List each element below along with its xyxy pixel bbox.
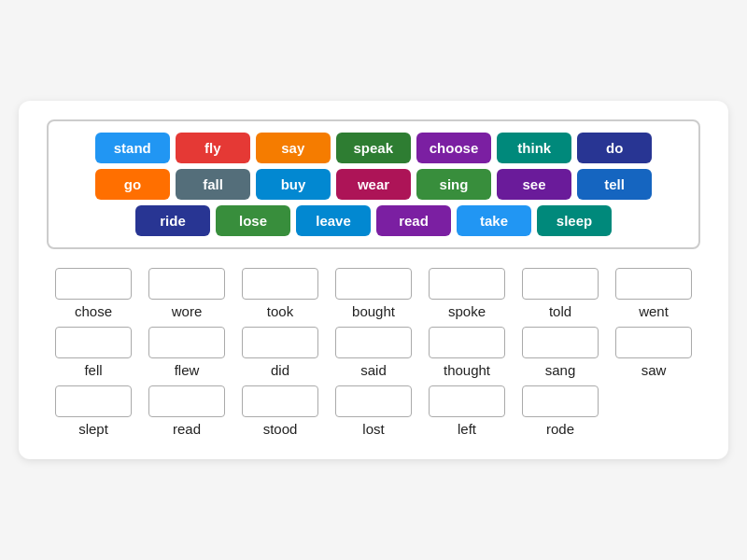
- match-item-stood: stood: [233, 385, 327, 437]
- word-tile-stand[interactable]: stand: [95, 133, 170, 163]
- match-label-bought: bought: [352, 303, 395, 319]
- match-label-flew: flew: [175, 362, 200, 378]
- main-container: standflysayspeakchoosethinkdogofallbuywe…: [19, 101, 728, 459]
- match-label-chose: chose: [75, 303, 112, 319]
- match-label-rode: rode: [546, 421, 574, 437]
- match-item-did: did: [233, 327, 327, 378]
- drop-box-bought[interactable]: [335, 268, 412, 300]
- word-tile-fly[interactable]: fly: [176, 133, 250, 163]
- match-item-saw: saw: [607, 327, 700, 378]
- match-item-fell: fell: [47, 327, 140, 378]
- drop-box-rode[interactable]: [522, 385, 599, 417]
- match-item-left: left: [420, 385, 514, 437]
- word-tile-tell[interactable]: tell: [577, 169, 652, 200]
- word-tile-see[interactable]: see: [497, 169, 571, 200]
- match-label-took: took: [267, 303, 293, 319]
- word-tile-leave[interactable]: leave: [296, 205, 371, 236]
- match-item-rode: rode: [514, 385, 607, 437]
- drop-box-left[interactable]: [429, 385, 505, 417]
- match-item-bought: bought: [327, 268, 420, 319]
- word-tile-read[interactable]: read: [376, 205, 451, 236]
- match-label-did: did: [271, 362, 289, 378]
- match-label-read: read: [173, 421, 201, 437]
- match-label-fell: fell: [84, 362, 102, 378]
- match-label-sang: sang: [545, 362, 576, 378]
- drop-box-went[interactable]: [615, 268, 692, 300]
- drop-box-saw[interactable]: [615, 327, 692, 358]
- word-tile-choose[interactable]: choose: [416, 133, 492, 163]
- word-tile-buy[interactable]: buy: [256, 169, 331, 200]
- match-label-lost: lost: [362, 421, 384, 437]
- match-label-saw: saw: [641, 362, 667, 378]
- match-label-left: left: [458, 421, 476, 437]
- match-item-chose: chose: [47, 268, 140, 319]
- drop-box-lost[interactable]: [335, 385, 412, 417]
- match-item-spoke: spoke: [420, 268, 514, 319]
- drop-box-took[interactable]: [242, 268, 318, 300]
- match-section: choseworetookboughtspoketoldwentfellflew…: [47, 268, 700, 441]
- match-item-said: said: [327, 327, 420, 378]
- match-row-0: choseworetookboughtspoketoldwent: [47, 268, 700, 319]
- drop-box-told[interactable]: [522, 268, 599, 300]
- drop-box-spoke[interactable]: [429, 268, 505, 300]
- match-item-went: went: [607, 268, 700, 319]
- word-tile-ride[interactable]: ride: [135, 205, 210, 236]
- drop-box-did[interactable]: [242, 327, 318, 358]
- word-tile-sing[interactable]: sing: [416, 169, 491, 200]
- word-tile-do[interactable]: do: [577, 133, 652, 163]
- match-label-wore: wore: [172, 303, 203, 319]
- drop-box-stood[interactable]: [242, 385, 318, 417]
- word-tile-fall[interactable]: fall: [176, 169, 250, 200]
- word-tile-sleep[interactable]: sleep: [537, 205, 612, 236]
- match-item-slept: slept: [47, 385, 140, 437]
- match-item-read: read: [140, 385, 233, 437]
- match-label-stood: stood: [263, 421, 298, 437]
- drop-box-fell[interactable]: [55, 327, 132, 358]
- word-tile-take[interactable]: take: [457, 205, 531, 236]
- word-tile-lose[interactable]: lose: [216, 205, 290, 236]
- match-row-1: fellflewdidsaidthoughtsangsaw: [47, 327, 700, 378]
- match-label-thought: thought: [444, 362, 490, 378]
- word-tile-say[interactable]: say: [256, 133, 331, 163]
- drop-box-thought[interactable]: [429, 327, 505, 358]
- match-label-slept: slept: [78, 421, 108, 437]
- word-tile-speak[interactable]: speak: [336, 133, 411, 163]
- word-bank: standflysayspeakchoosethinkdogofallbuywe…: [47, 119, 700, 249]
- drop-box-read[interactable]: [148, 385, 225, 417]
- drop-box-slept[interactable]: [55, 385, 132, 417]
- match-label-said: said: [360, 362, 387, 378]
- match-item-lost: lost: [327, 385, 420, 437]
- match-item-thought: thought: [420, 327, 514, 378]
- drop-box-flew[interactable]: [148, 327, 225, 358]
- match-item-sang: sang: [514, 327, 607, 378]
- drop-box-wore[interactable]: [148, 268, 225, 300]
- match-label-told: told: [549, 303, 571, 319]
- drop-box-said[interactable]: [335, 327, 412, 358]
- word-tile-wear[interactable]: wear: [336, 169, 411, 200]
- drop-box-chose[interactable]: [55, 268, 132, 300]
- match-item-told: told: [514, 268, 607, 319]
- match-row-2: sleptreadstoodlostleftrode: [47, 385, 700, 437]
- match-item-took: took: [233, 268, 327, 319]
- match-label-spoke: spoke: [448, 303, 486, 319]
- match-item-wore: wore: [140, 268, 233, 319]
- match-item-flew: flew: [140, 327, 233, 378]
- word-tile-think[interactable]: think: [497, 133, 571, 163]
- drop-box-sang[interactable]: [522, 327, 599, 358]
- word-tile-go[interactable]: go: [95, 169, 170, 200]
- match-label-went: went: [639, 303, 669, 319]
